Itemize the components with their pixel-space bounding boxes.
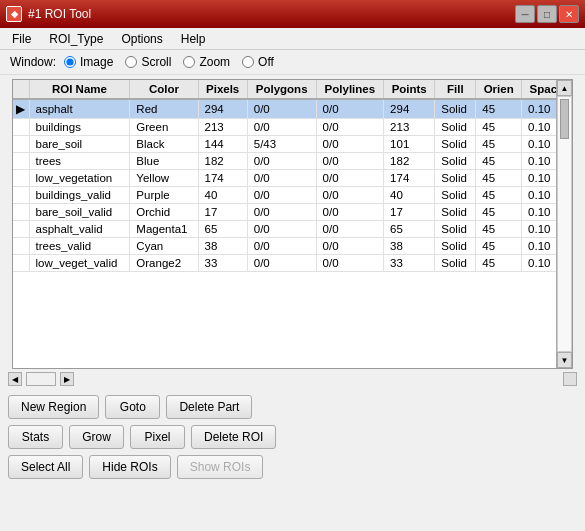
row-marker — [13, 238, 29, 255]
row-marker — [13, 153, 29, 170]
roi-pixels-cell: 40 — [198, 187, 247, 204]
roi-polylines-cell: 0/0 — [316, 136, 384, 153]
grow-button[interactable]: Grow — [69, 425, 124, 449]
roi-pixels-cell: 213 — [198, 119, 247, 136]
menu-options[interactable]: Options — [113, 30, 170, 48]
radio-scroll[interactable]: Scroll — [125, 55, 171, 69]
new-region-button[interactable]: New Region — [8, 395, 99, 419]
roi-orientation-cell: 45 — [476, 238, 522, 255]
goto-button[interactable]: Goto — [105, 395, 160, 419]
radio-off-input[interactable] — [242, 56, 254, 68]
close-button[interactable]: ✕ — [559, 5, 579, 23]
scroll-up-button[interactable]: ▲ — [557, 80, 572, 96]
table-row[interactable]: low_veget_validOrange2330/00/033Solid450… — [13, 255, 572, 272]
button-area: New Region Goto Delete Part Stats Grow P… — [0, 389, 585, 489]
col-pixels[interactable]: Pixels — [198, 80, 247, 99]
roi-orientation-cell: 45 — [476, 153, 522, 170]
table-row[interactable]: buildings_validPurple400/00/040Solid450.… — [13, 187, 572, 204]
col-roi-name[interactable]: ROI Name — [29, 80, 130, 99]
scroll-thumb[interactable] — [560, 99, 569, 139]
roi-color-cell: Orchid — [130, 204, 198, 221]
menu-roitype[interactable]: ROI_Type — [41, 30, 111, 48]
col-fill[interactable]: Fill — [435, 80, 476, 99]
roi-color-cell: Green — [130, 119, 198, 136]
roi-orientation-cell: 45 — [476, 187, 522, 204]
roi-fill-cell: Solid — [435, 238, 476, 255]
roi-color-cell: Cyan — [130, 238, 198, 255]
roi-name-cell: low_vegetation — [29, 170, 130, 187]
roi-pixels-cell: 17 — [198, 204, 247, 221]
roi-polygons-cell: 0/0 — [247, 255, 316, 272]
scroll-down-button[interactable]: ▼ — [557, 352, 572, 368]
radio-scroll-input[interactable] — [125, 56, 137, 68]
roi-fill-cell: Solid — [435, 204, 476, 221]
roi-points-cell: 65 — [384, 221, 435, 238]
col-polygons[interactable]: Polygons — [247, 80, 316, 99]
radio-image[interactable]: Image — [64, 55, 113, 69]
menu-help[interactable]: Help — [173, 30, 214, 48]
radio-off[interactable]: Off — [242, 55, 274, 69]
roi-name-cell: buildings_valid — [29, 187, 130, 204]
roi-fill-cell: Solid — [435, 255, 476, 272]
maximize-button[interactable]: □ — [537, 5, 557, 23]
roi-polylines-cell: 0/0 — [316, 255, 384, 272]
table-row[interactable]: buildingsGreen2130/00/0213Solid450.10 — [13, 119, 572, 136]
h-scroll-right-button[interactable]: ▶ — [60, 372, 74, 386]
radio-image-label: Image — [80, 55, 113, 69]
roi-color-cell: Red — [130, 99, 198, 119]
roi-polylines-cell: 0/0 — [316, 238, 384, 255]
app-icon: ◆ — [6, 6, 22, 22]
select-all-button[interactable]: Select All — [8, 455, 83, 479]
scroll-track[interactable] — [557, 96, 572, 352]
table-row[interactable]: treesBlue1820/00/0182Solid450.10 — [13, 153, 572, 170]
menu-file[interactable]: File — [4, 30, 39, 48]
roi-orientation-cell: 45 — [476, 99, 522, 119]
button-row-2: Stats Grow Pixel Delete ROI — [8, 425, 577, 449]
hide-rois-button[interactable]: Hide ROIs — [89, 455, 170, 479]
roi-fill-cell: Solid — [435, 170, 476, 187]
roi-polylines-cell: 0/0 — [316, 221, 384, 238]
col-color[interactable]: Color — [130, 80, 198, 99]
menu-bar: File ROI_Type Options Help — [0, 28, 585, 50]
roi-name-cell: buildings — [29, 119, 130, 136]
roi-polygons-cell: 0/0 — [247, 187, 316, 204]
table-row[interactable]: ▶asphaltRed2940/00/0294Solid450.10 — [13, 99, 572, 119]
table-row[interactable]: trees_validCyan380/00/038Solid450.10 — [13, 238, 572, 255]
row-marker — [13, 255, 29, 272]
roi-polygons-cell: 0/0 — [247, 238, 316, 255]
delete-roi-button[interactable]: Delete ROI — [191, 425, 276, 449]
stats-button[interactable]: Stats — [8, 425, 63, 449]
radio-zoom-input[interactable] — [183, 56, 195, 68]
roi-orientation-cell: 45 — [476, 221, 522, 238]
roi-polylines-cell: 0/0 — [316, 170, 384, 187]
roi-fill-cell: Solid — [435, 153, 476, 170]
corner-scroll-button[interactable] — [563, 372, 577, 386]
h-scroll-left-button[interactable]: ◀ — [8, 372, 22, 386]
show-rois-button[interactable]: Show ROIs — [177, 455, 264, 479]
roi-points-cell: 294 — [384, 99, 435, 119]
vertical-scrollbar[interactable]: ▲ ▼ — [556, 80, 572, 368]
radio-image-input[interactable] — [64, 56, 76, 68]
table-row[interactable]: bare_soilBlack1445/430/0101Solid450.10 — [13, 136, 572, 153]
pixel-button[interactable]: Pixel — [130, 425, 185, 449]
roi-polylines-cell: 0/0 — [316, 99, 384, 119]
table-row[interactable]: asphalt_validMagenta1650/00/065Solid450.… — [13, 221, 572, 238]
roi-polygons-cell: 0/0 — [247, 99, 316, 119]
col-polylines[interactable]: Polylines — [316, 80, 384, 99]
radio-zoom[interactable]: Zoom — [183, 55, 230, 69]
roi-polygons-cell: 0/0 — [247, 119, 316, 136]
roi-polygons-cell: 0/0 — [247, 170, 316, 187]
minimize-button[interactable]: ─ — [515, 5, 535, 23]
table-row[interactable]: bare_soil_validOrchid170/00/017Solid450.… — [13, 204, 572, 221]
col-points[interactable]: Points — [384, 80, 435, 99]
h-scroll-thumb[interactable] — [26, 372, 56, 386]
table-scroll[interactable]: ROI Name Color Pixels Polygons Polylines… — [13, 80, 572, 368]
delete-part-button[interactable]: Delete Part — [166, 395, 252, 419]
roi-points-cell: 33 — [384, 255, 435, 272]
col-orien[interactable]: Orien — [476, 80, 522, 99]
roi-pixels-cell: 174 — [198, 170, 247, 187]
row-marker — [13, 204, 29, 221]
roi-polylines-cell: 0/0 — [316, 119, 384, 136]
roi-table-container: ROI Name Color Pixels Polygons Polylines… — [12, 79, 573, 369]
table-row[interactable]: low_vegetationYellow1740/00/0174Solid450… — [13, 170, 572, 187]
